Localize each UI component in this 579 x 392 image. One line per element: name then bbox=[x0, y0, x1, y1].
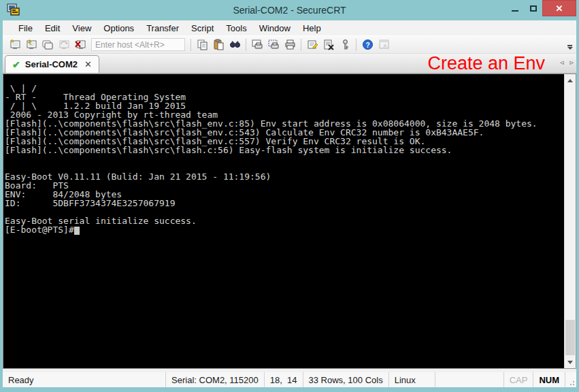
menu-bar: File Edit View Options Transfer Script T… bbox=[3, 20, 576, 35]
find-icon bbox=[229, 39, 241, 50]
quick-connect-icon bbox=[9, 39, 21, 50]
minimize-icon bbox=[512, 10, 518, 12]
close-button[interactable]: ✕ bbox=[542, 0, 576, 16]
vertical-scrollbar[interactable] bbox=[564, 74, 576, 368]
tab-bar: ✔ Serial-COM2 ✕ Create an Env ◃ ▹ bbox=[3, 54, 576, 74]
terminal-area: \ | / - RT - Thread Operating System / |… bbox=[3, 74, 576, 369]
toolbar-separator bbox=[356, 39, 357, 51]
menu-window[interactable]: Window bbox=[253, 22, 297, 35]
title-bar: Serial-COM2 - SecureCRT ✕ bbox=[0, 0, 579, 20]
toolbar-overflow-button[interactable] bbox=[565, 42, 575, 52]
disconnect-icon bbox=[74, 39, 86, 50]
paste-icon bbox=[213, 39, 225, 50]
window-border bbox=[0, 387, 579, 392]
status-emulation: Linux bbox=[389, 372, 435, 387]
terminal-text: \ | / - RT - Thread Operating System / |… bbox=[5, 83, 537, 235]
menu-tools[interactable]: Tools bbox=[220, 22, 252, 35]
svg-text:A: A bbox=[383, 43, 387, 49]
status-bar: Ready Serial: COM2, 115200 18, 14 33 Row… bbox=[3, 372, 576, 387]
connect-in-tab-button[interactable] bbox=[39, 37, 56, 52]
toolbar-separator bbox=[301, 39, 301, 51]
window-title: Serial-COM2 - SecureCRT bbox=[0, 5, 579, 16]
status-serial-info: Serial: COM2, 115200 bbox=[165, 372, 265, 387]
menu-help[interactable]: Help bbox=[297, 22, 327, 35]
minimize-button[interactable] bbox=[506, 0, 524, 16]
tab-scroll-left-icon[interactable]: ◃ bbox=[560, 59, 564, 66]
maximize-button[interactable] bbox=[524, 0, 542, 16]
connected-check-icon: ✔ bbox=[12, 60, 20, 69]
menu-edit[interactable]: Edit bbox=[39, 22, 66, 35]
toolbar-separator bbox=[246, 39, 246, 51]
scrollbar-thumb[interactable] bbox=[565, 320, 575, 355]
reconnect-button[interactable] bbox=[56, 37, 72, 52]
close-icon: ✕ bbox=[556, 3, 563, 14]
print-icon bbox=[284, 39, 296, 50]
quick-connect-host-input[interactable] bbox=[91, 38, 185, 51]
tab-close-icon[interactable]: ✕ bbox=[84, 59, 92, 69]
terminal-screen[interactable]: \ | / - RT - Thread Operating System / |… bbox=[3, 74, 564, 368]
key-agent-button[interactable] bbox=[337, 37, 353, 52]
copy-button[interactable] bbox=[194, 37, 210, 52]
status-grid-size: 33 Rows, 100 Cols bbox=[303, 372, 389, 387]
scroll-up-button[interactable] bbox=[565, 75, 576, 86]
tab-label: Serial-COM2 bbox=[25, 59, 78, 69]
tab-scroll-buttons: ◃ ▹ bbox=[560, 59, 574, 66]
quick-connect-button[interactable] bbox=[7, 37, 23, 52]
scroll-up-icon bbox=[567, 79, 573, 82]
print-selection-button[interactable] bbox=[265, 37, 282, 52]
reconnect-icon bbox=[58, 39, 70, 50]
terminal-cursor bbox=[74, 227, 80, 235]
session-options-icon: A bbox=[378, 39, 390, 50]
menu-script[interactable]: Script bbox=[185, 22, 220, 35]
session-options-button[interactable]: A bbox=[376, 37, 392, 52]
svg-text:?: ? bbox=[365, 42, 369, 49]
toolbar: ? A bbox=[3, 35, 576, 54]
tab-serial-com2[interactable]: ✔ Serial-COM2 ✕ bbox=[5, 55, 99, 73]
securecrt-window: Serial-COM2 - SecureCRT ✕ File Edit View… bbox=[0, 0, 579, 392]
find-button[interactable] bbox=[227, 37, 243, 52]
help-button[interactable]: ? bbox=[359, 37, 376, 52]
toolbar-overflow-icon bbox=[567, 45, 572, 46]
help-icon: ? bbox=[362, 39, 374, 50]
run-script-button[interactable] bbox=[320, 37, 337, 52]
paste-button[interactable] bbox=[210, 37, 227, 52]
status-ready: Ready bbox=[3, 372, 165, 387]
menu-transfer[interactable]: Transfer bbox=[140, 22, 185, 35]
menu-file[interactable]: File bbox=[12, 22, 39, 35]
run-script-icon bbox=[323, 39, 335, 50]
scroll-down-icon bbox=[567, 361, 573, 364]
print-button[interactable] bbox=[282, 37, 298, 52]
session-properties-icon bbox=[307, 39, 318, 50]
resize-grip[interactable] bbox=[565, 372, 576, 387]
annotation-create-an-env: Create an Env bbox=[427, 54, 545, 74]
disconnect-button[interactable] bbox=[72, 37, 88, 52]
connect-button[interactable] bbox=[23, 37, 39, 52]
connect-in-tab-icon bbox=[42, 39, 54, 50]
print-screen-icon bbox=[251, 39, 263, 50]
print-screen-button[interactable] bbox=[249, 37, 265, 52]
key-icon bbox=[340, 39, 351, 50]
connect-icon bbox=[25, 39, 37, 50]
menu-view[interactable]: View bbox=[66, 22, 97, 35]
status-caps-lock: CAP bbox=[503, 372, 534, 387]
maximize-icon bbox=[530, 5, 537, 12]
tab-scroll-right-icon[interactable]: ▹ bbox=[569, 59, 574, 66]
status-cursor-position: 18, 14 bbox=[265, 372, 303, 387]
toolbar-separator bbox=[191, 39, 191, 51]
scroll-down-button[interactable] bbox=[565, 357, 576, 368]
copy-icon bbox=[197, 39, 208, 50]
status-spacer bbox=[435, 372, 503, 387]
session-properties-button[interactable] bbox=[304, 37, 320, 52]
menu-options[interactable]: Options bbox=[97, 22, 140, 35]
print-selection-icon bbox=[267, 39, 280, 50]
status-num-lock: NUM bbox=[533, 372, 565, 387]
